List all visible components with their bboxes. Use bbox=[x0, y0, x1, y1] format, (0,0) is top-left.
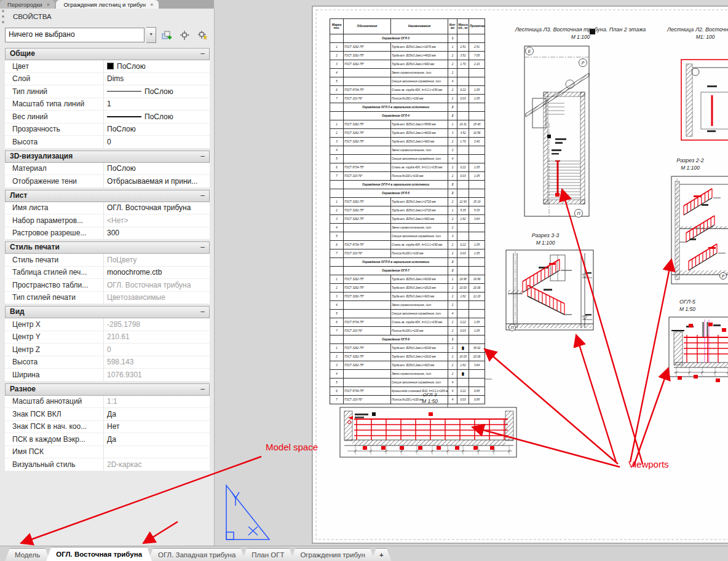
property-value[interactable]: 1 bbox=[104, 98, 210, 111]
section-header[interactable]: Стиль печати– bbox=[5, 241, 210, 254]
collapse-icon[interactable]: – bbox=[200, 242, 205, 253]
property-value[interactable]: monochrome.ctb bbox=[104, 267, 210, 279]
spec-cell: 3.40 bbox=[469, 138, 485, 146]
spec-cell: 1.82 bbox=[457, 215, 469, 224]
property-value[interactable]: Отбрасываемая и прини... bbox=[104, 175, 210, 187]
collapse-icon[interactable]: – bbox=[200, 190, 205, 202]
collapse-icon[interactable]: – bbox=[200, 151, 205, 162]
property-section: Вид–Центр X-285.1798Центр Y210.61Центр Z… bbox=[5, 306, 210, 382]
spec-cell: 5 bbox=[330, 232, 344, 241]
section-header[interactable]: Общие– bbox=[5, 48, 210, 60]
dropdown-arrow-icon[interactable]: ▼ bbox=[146, 27, 156, 43]
property-value[interactable]: 0 bbox=[104, 136, 210, 148]
property-value[interactable]: 598.143 bbox=[104, 356, 210, 369]
file-tab[interactable]: Перегородки✕ bbox=[0, 0, 55, 9]
property-label: Тип линий bbox=[5, 85, 104, 98]
property-value[interactable]: <Нет> bbox=[104, 214, 210, 227]
selection-dropdown[interactable]: Ничего не выбрано bbox=[5, 28, 144, 42]
close-icon[interactable]: ✕ bbox=[150, 1, 154, 9]
property-value[interactable]: ОГЛ. Восточная трибуна bbox=[104, 202, 210, 214]
spec-cell: 0.22 bbox=[457, 163, 469, 172]
property-value[interactable]: -285.1798 bbox=[104, 318, 210, 331]
spec-cell bbox=[330, 335, 344, 344]
property-value[interactable]: 300 bbox=[104, 227, 210, 240]
property-value[interactable]: ПоСлою bbox=[104, 85, 210, 98]
spec-cell: Труба вгп. Ø25х3.2мм L=8200 мм bbox=[391, 344, 448, 353]
view-title-ogl-5: ОГЛ-5М 1:50 bbox=[657, 299, 718, 313]
property-label: Растровое разреше... bbox=[5, 227, 104, 240]
spec-cell bbox=[457, 146, 469, 155]
property-value[interactable] bbox=[104, 446, 210, 458]
spec-cell: 1.82 bbox=[457, 292, 469, 301]
grip[interactable] bbox=[547, 135, 551, 138]
property-value-text: -285.1798 bbox=[107, 320, 140, 329]
file-tab-bar: Перегородки✕Ограждения лестниц и трибун✕ bbox=[0, 0, 214, 9]
property-value[interactable]: 0 bbox=[104, 343, 210, 356]
specification-table[interactable]: Марка поз.ОбозначениеНаименованиеКол-воМ… bbox=[330, 18, 485, 404]
spec-cell: ГОСТ 3262-75* bbox=[344, 284, 391, 292]
property-value[interactable]: 210.61 bbox=[104, 331, 210, 343]
property-row: Имя листаОГЛ. Восточная трибуна bbox=[5, 202, 210, 215]
spec-section-title: Ограждение ОГЛ-7 bbox=[344, 267, 448, 275]
property-value[interactable]: ПоСлою bbox=[104, 124, 210, 136]
section-header[interactable]: Разное– bbox=[5, 383, 210, 396]
property-value[interactable]: ПоЦвету bbox=[104, 254, 210, 266]
property-label: Центр X bbox=[5, 318, 104, 331]
property-value[interactable]: ПоСлою bbox=[104, 111, 210, 123]
spec-cell: ГОСТ 3262-75* bbox=[344, 60, 391, 69]
spec-cell: ГОСТ 3262-75* bbox=[344, 361, 391, 370]
spec-cell: Труба вгп. Ø25х3.2мм L=4820 мм bbox=[391, 129, 448, 138]
spec-cell: 7 bbox=[330, 172, 344, 181]
property-label: Знак ПСК ВКЛ bbox=[5, 408, 104, 420]
file-tab[interactable]: Ограждения лестниц и трибун✕ bbox=[56, 0, 159, 9]
spec-cell: 2 bbox=[448, 215, 457, 224]
spec-cell: 2 bbox=[330, 129, 344, 138]
spec-cell: 5 bbox=[330, 379, 344, 387]
property-value-text: 2D-каркас bbox=[107, 460, 141, 469]
new-layout-button[interactable]: + bbox=[371, 548, 392, 561]
property-section: 3D-визуализация–МатериалПоСлоюОтображени… bbox=[5, 151, 210, 188]
property-value[interactable]: 1:1 bbox=[104, 396, 210, 408]
quick-select-button[interactable] bbox=[196, 27, 210, 43]
property-label: Знак ПСК в нач. коо... bbox=[5, 421, 104, 433]
spec-row: 2ГОСТ 3262-75*Труба вгп. Ø25х3.2мм L=482… bbox=[330, 52, 485, 60]
layout-tab[interactable]: Ограждения трибун bbox=[290, 548, 374, 561]
spec-cell: 15.10 bbox=[469, 198, 485, 206]
spec-cell: Секция заполнения ограждения, /шт bbox=[391, 379, 448, 387]
property-value[interactable]: 2D-каркас bbox=[104, 458, 210, 471]
property-value[interactable]: ПоСлою bbox=[104, 163, 210, 175]
property-value[interactable]: Да bbox=[104, 433, 210, 445]
close-icon[interactable]: ✕ bbox=[47, 1, 50, 9]
property-value[interactable]: Да bbox=[104, 408, 210, 420]
property-value[interactable]: ПоСлою bbox=[104, 60, 210, 73]
section-header[interactable]: 3D-визуализация– bbox=[5, 151, 210, 163]
property-label: Слой bbox=[5, 73, 104, 85]
property-value[interactable]: Нет bbox=[104, 421, 210, 433]
layout-tab[interactable]: План ОГТ bbox=[242, 548, 294, 561]
layout-tab[interactable]: ОГЛ. Восточная трибуна bbox=[46, 547, 152, 561]
crosshair-icon bbox=[180, 30, 190, 41]
property-value[interactable]: Цветозависимые bbox=[104, 292, 210, 304]
collapse-icon[interactable]: – bbox=[200, 384, 205, 395]
property-label: Центр Z bbox=[5, 343, 104, 356]
property-label: Ширина bbox=[5, 369, 104, 381]
spec-cell: 1.05 bbox=[469, 163, 485, 172]
spec-cell: 3 bbox=[330, 60, 344, 69]
spec-cell: Труба вгп. Ø25х3.2мм L=2610 мм bbox=[391, 353, 448, 361]
spec-cell bbox=[457, 155, 469, 163]
property-value[interactable]: Dims bbox=[104, 73, 210, 85]
spec-cell: 2 bbox=[448, 361, 457, 370]
toggle-pickadd-button[interactable] bbox=[159, 27, 174, 43]
section-header[interactable]: Лист– bbox=[5, 190, 210, 202]
property-value[interactable]: 1076.9301 bbox=[104, 369, 210, 381]
spec-cell: 0.03 bbox=[457, 95, 469, 103]
layout-tab[interactable]: Модель bbox=[5, 548, 50, 561]
layout-tab[interactable]: ОГЛ. Западная трибуна bbox=[148, 548, 245, 561]
select-objects-button[interactable] bbox=[177, 27, 192, 43]
section-header[interactable]: Вид– bbox=[5, 306, 210, 318]
collapse-icon[interactable]: – bbox=[200, 49, 205, 60]
collapse-icon[interactable]: – bbox=[200, 307, 205, 318]
property-row: Вес линийПоСлою bbox=[5, 111, 210, 124]
drawing-canvas[interactable]: Е Р П bbox=[214, 0, 728, 546]
property-value[interactable]: ОГЛ. Восточная трибуна bbox=[104, 279, 210, 291]
